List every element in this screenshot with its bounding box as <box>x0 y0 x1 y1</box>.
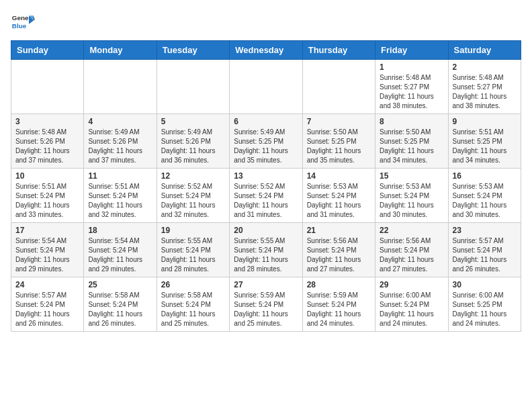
day-info: Sunrise: 6:00 AM Sunset: 5:24 PM Dayligh… <box>380 291 443 328</box>
day-number: 1 <box>380 62 443 72</box>
day-cell: 22Sunrise: 5:56 AM Sunset: 5:24 PM Dayli… <box>375 223 448 277</box>
day-number: 30 <box>453 280 517 289</box>
weekday-header-saturday: Saturday <box>448 41 521 60</box>
day-number: 6 <box>234 117 298 126</box>
day-info: Sunrise: 6:00 AM Sunset: 5:25 PM Dayligh… <box>453 291 517 328</box>
weekday-header-thursday: Thursday <box>302 41 375 60</box>
day-number: 21 <box>307 226 371 235</box>
day-info: Sunrise: 5:58 AM Sunset: 5:24 PM Dayligh… <box>161 291 225 328</box>
day-cell: 21Sunrise: 5:56 AM Sunset: 5:24 PM Dayli… <box>302 223 375 277</box>
day-cell: 30Sunrise: 6:00 AM Sunset: 5:25 PM Dayli… <box>448 277 521 332</box>
day-info: Sunrise: 5:53 AM Sunset: 5:24 PM Dayligh… <box>307 182 371 220</box>
day-number: 20 <box>234 226 298 235</box>
day-info: Sunrise: 5:51 AM Sunset: 5:24 PM Dayligh… <box>15 182 79 220</box>
day-info: Sunrise: 5:56 AM Sunset: 5:24 PM Dayligh… <box>307 236 371 274</box>
day-cell: 12Sunrise: 5:52 AM Sunset: 5:24 PM Dayli… <box>157 169 229 223</box>
day-info: Sunrise: 5:52 AM Sunset: 5:24 PM Dayligh… <box>161 182 225 220</box>
day-number: 16 <box>453 171 517 181</box>
weekday-header-wednesday: Wednesday <box>230 41 302 60</box>
day-cell: 10Sunrise: 5:51 AM Sunset: 5:24 PM Dayli… <box>11 169 84 223</box>
page: General Blue SundayMondayTuesdayWednesda… <box>0 0 532 342</box>
week-row-1: 1Sunrise: 5:48 AM Sunset: 5:27 PM Daylig… <box>11 60 521 114</box>
day-cell: 19Sunrise: 5:55 AM Sunset: 5:24 PM Dayli… <box>157 223 229 277</box>
day-cell: 13Sunrise: 5:52 AM Sunset: 5:24 PM Dayli… <box>230 169 302 223</box>
day-info: Sunrise: 5:51 AM Sunset: 5:24 PM Dayligh… <box>88 182 152 220</box>
weekday-header-row: SundayMondayTuesdayWednesdayThursdayFrid… <box>11 41 521 60</box>
day-info: Sunrise: 5:55 AM Sunset: 5:24 PM Dayligh… <box>234 236 298 274</box>
day-info: Sunrise: 5:58 AM Sunset: 5:24 PM Dayligh… <box>88 291 152 328</box>
svg-text:Blue: Blue <box>12 22 27 30</box>
day-cell: 6Sunrise: 5:49 AM Sunset: 5:25 PM Daylig… <box>230 114 302 169</box>
day-info: Sunrise: 5:55 AM Sunset: 5:24 PM Dayligh… <box>161 236 225 274</box>
day-number: 24 <box>15 280 79 289</box>
day-number: 2 <box>453 62 517 72</box>
day-info: Sunrise: 5:52 AM Sunset: 5:24 PM Dayligh… <box>234 182 298 220</box>
day-cell: 4Sunrise: 5:49 AM Sunset: 5:26 PM Daylig… <box>84 114 157 169</box>
day-number: 10 <box>15 171 79 181</box>
day-cell: 3Sunrise: 5:48 AM Sunset: 5:26 PM Daylig… <box>11 114 84 169</box>
day-cell: 11Sunrise: 5:51 AM Sunset: 5:24 PM Dayli… <box>84 169 157 223</box>
day-info: Sunrise: 5:57 AM Sunset: 5:24 PM Dayligh… <box>453 236 517 274</box>
day-cell <box>84 60 157 114</box>
day-cell: 15Sunrise: 5:53 AM Sunset: 5:24 PM Dayli… <box>375 169 448 223</box>
day-info: Sunrise: 5:59 AM Sunset: 5:24 PM Dayligh… <box>307 291 371 328</box>
logo: General Blue <box>11 11 35 35</box>
day-cell: 20Sunrise: 5:55 AM Sunset: 5:24 PM Dayli… <box>230 223 302 277</box>
day-number: 23 <box>453 226 517 235</box>
day-number: 9 <box>453 117 517 126</box>
day-cell: 14Sunrise: 5:53 AM Sunset: 5:24 PM Dayli… <box>302 169 375 223</box>
day-info: Sunrise: 5:59 AM Sunset: 5:24 PM Dayligh… <box>234 291 298 328</box>
day-info: Sunrise: 5:56 AM Sunset: 5:24 PM Dayligh… <box>380 236 443 274</box>
day-cell: 28Sunrise: 5:59 AM Sunset: 5:24 PM Dayli… <box>302 277 375 332</box>
day-number: 4 <box>88 117 152 126</box>
day-number: 19 <box>161 226 225 235</box>
week-row-3: 10Sunrise: 5:51 AM Sunset: 5:24 PM Dayli… <box>11 169 521 223</box>
logo-icon: General Blue <box>11 11 35 35</box>
day-cell: 24Sunrise: 5:57 AM Sunset: 5:24 PM Dayli… <box>11 277 84 332</box>
day-number: 27 <box>234 280 298 289</box>
day-number: 22 <box>380 226 443 235</box>
weekday-header-sunday: Sunday <box>11 41 84 60</box>
day-info: Sunrise: 5:50 AM Sunset: 5:25 PM Dayligh… <box>380 128 443 165</box>
day-info: Sunrise: 5:53 AM Sunset: 5:24 PM Dayligh… <box>453 182 517 220</box>
day-cell: 18Sunrise: 5:54 AM Sunset: 5:24 PM Dayli… <box>84 223 157 277</box>
day-info: Sunrise: 5:48 AM Sunset: 5:27 PM Dayligh… <box>453 73 517 111</box>
day-info: Sunrise: 5:48 AM Sunset: 5:26 PM Dayligh… <box>15 128 79 165</box>
week-row-4: 17Sunrise: 5:54 AM Sunset: 5:24 PM Dayli… <box>11 223 521 277</box>
weekday-header-monday: Monday <box>84 41 157 60</box>
day-number: 5 <box>161 117 225 126</box>
day-cell <box>230 60 302 114</box>
day-number: 7 <box>307 117 371 126</box>
day-info: Sunrise: 5:50 AM Sunset: 5:25 PM Dayligh… <box>307 128 371 165</box>
day-number: 25 <box>88 280 152 289</box>
weekday-header-friday: Friday <box>375 41 448 60</box>
calendar-table: SundayMondayTuesdayWednesdayThursdayFrid… <box>11 40 521 332</box>
day-cell: 5Sunrise: 5:49 AM Sunset: 5:26 PM Daylig… <box>157 114 229 169</box>
day-number: 8 <box>380 117 443 126</box>
day-info: Sunrise: 5:57 AM Sunset: 5:24 PM Dayligh… <box>15 291 79 328</box>
day-cell <box>157 60 229 114</box>
day-number: 12 <box>161 171 225 181</box>
day-cell <box>11 60 84 114</box>
day-cell: 9Sunrise: 5:51 AM Sunset: 5:25 PM Daylig… <box>448 114 521 169</box>
day-cell: 23Sunrise: 5:57 AM Sunset: 5:24 PM Dayli… <box>448 223 521 277</box>
day-info: Sunrise: 5:54 AM Sunset: 5:24 PM Dayligh… <box>15 236 79 274</box>
day-cell: 7Sunrise: 5:50 AM Sunset: 5:25 PM Daylig… <box>302 114 375 169</box>
day-cell: 2Sunrise: 5:48 AM Sunset: 5:27 PM Daylig… <box>448 60 521 114</box>
day-cell: 29Sunrise: 6:00 AM Sunset: 5:24 PM Dayli… <box>375 277 448 332</box>
day-number: 29 <box>380 280 443 289</box>
day-info: Sunrise: 5:48 AM Sunset: 5:27 PM Dayligh… <box>380 73 443 111</box>
day-number: 13 <box>234 171 298 181</box>
day-info: Sunrise: 5:49 AM Sunset: 5:26 PM Dayligh… <box>161 128 225 165</box>
day-cell <box>302 60 375 114</box>
day-number: 14 <box>307 171 371 181</box>
day-cell: 25Sunrise: 5:58 AM Sunset: 5:24 PM Dayli… <box>84 277 157 332</box>
weekday-header-tuesday: Tuesday <box>157 41 229 60</box>
day-info: Sunrise: 5:49 AM Sunset: 5:25 PM Dayligh… <box>234 128 298 165</box>
day-number: 3 <box>15 117 79 126</box>
day-number: 15 <box>380 171 443 181</box>
day-cell: 8Sunrise: 5:50 AM Sunset: 5:25 PM Daylig… <box>375 114 448 169</box>
day-info: Sunrise: 5:53 AM Sunset: 5:24 PM Dayligh… <box>380 182 443 220</box>
day-cell: 17Sunrise: 5:54 AM Sunset: 5:24 PM Dayli… <box>11 223 84 277</box>
day-number: 26 <box>161 280 225 289</box>
